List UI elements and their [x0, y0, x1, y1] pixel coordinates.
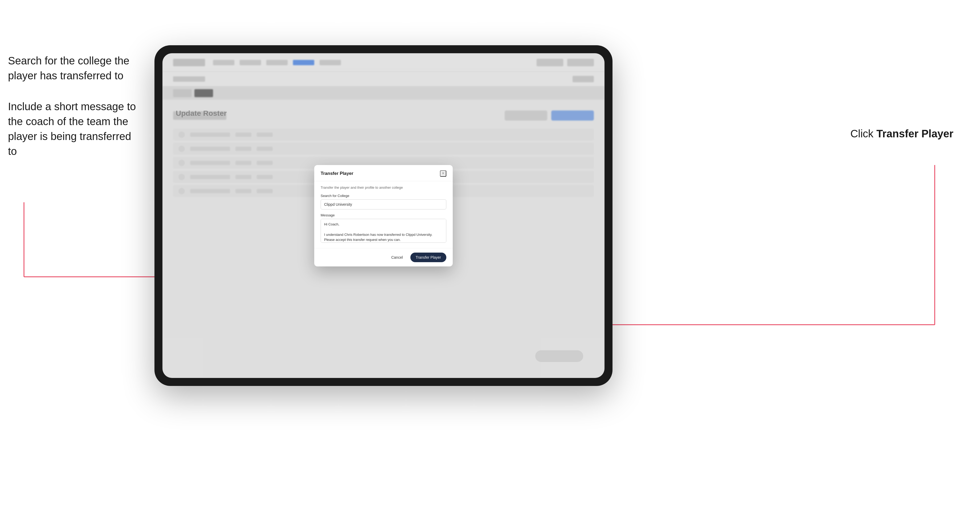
annotation-transfer-bold: Transfer Player [877, 128, 953, 140]
modal-overlay: Transfer Player × Transfer the player an… [162, 53, 605, 378]
search-college-input[interactable] [321, 199, 446, 210]
message-textarea[interactable]: Hi Coach, I understand Chris Robertson h… [321, 219, 446, 243]
left-annotations: Search for the college the player has tr… [8, 53, 141, 175]
transfer-player-modal: Transfer Player × Transfer the player an… [314, 165, 453, 267]
transfer-player-button[interactable]: Transfer Player [410, 252, 446, 262]
modal-body: Transfer the player and their profile to… [314, 181, 453, 248]
tablet-screen: Update Roster Transfer Player × Transfer… [162, 53, 605, 378]
modal-title: Transfer Player [321, 171, 353, 176]
modal-header: Transfer Player × [314, 165, 453, 181]
annotation-message-text: Include a short message to the coach of … [8, 99, 141, 159]
annotation-search-text: Search for the college the player has tr… [8, 53, 141, 83]
search-college-label: Search for College [321, 194, 446, 198]
tablet-device: Update Roster Transfer Player × Transfer… [154, 45, 612, 386]
modal-footer: Cancel Transfer Player [314, 248, 453, 267]
modal-subtitle: Transfer the player and their profile to… [321, 186, 446, 189]
cancel-button[interactable]: Cancel [387, 253, 407, 262]
annotation-click-text: Click [850, 128, 877, 140]
right-annotation: Click Transfer Player [850, 128, 953, 140]
modal-close-button[interactable]: × [440, 170, 446, 177]
message-label: Message [321, 213, 446, 217]
